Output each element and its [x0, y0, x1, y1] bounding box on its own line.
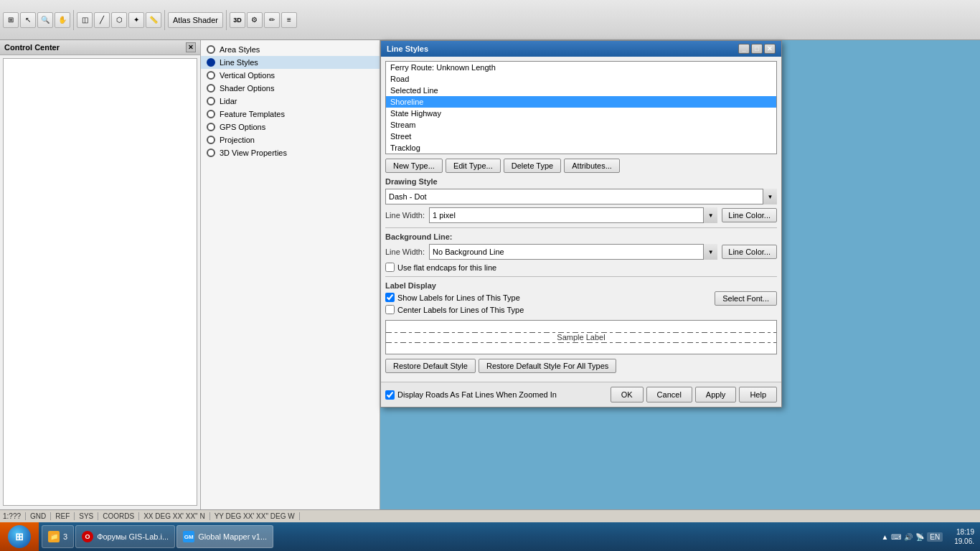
nav-item-gps-options[interactable]: GPS Options	[201, 121, 380, 133]
toolbar-icon-grid[interactable]: ⊞	[3, 12, 19, 28]
line-width-select-wrapper: 1 pixel 2 pixels 3 pixels 4 pixels ▼	[429, 207, 717, 223]
bg-line-color-button[interactable]: Line Color...	[722, 245, 777, 259]
bg-line-width-select[interactable]: No Background Line 1 pixel 2 pixels 3 pi…	[429, 244, 717, 260]
drawing-style-section: Drawing Style Dash - Dot Solid Dash Dot …	[385, 177, 777, 223]
start-orb: ⊞	[8, 525, 31, 548]
taskbar-item-folder[interactable]: 📁 3	[42, 525, 74, 548]
close-button[interactable]: ✕	[764, 44, 776, 54]
dash-line-bottom	[386, 342, 776, 343]
nav-label-lidar: Lidar	[220, 97, 237, 105]
sidebar-close-button[interactable]: ✕	[186, 42, 196, 52]
list-item-selected-line[interactable]: Selected Line	[386, 85, 776, 96]
maximize-button[interactable]: □	[751, 44, 763, 54]
nav-item-projection[interactable]: Projection	[201, 133, 380, 146]
toolbar-icon-3d[interactable]: 3D	[230, 12, 245, 28]
list-item-state-highway[interactable]: State Highway	[386, 108, 776, 119]
restore-default-button[interactable]: Restore Default Style	[385, 359, 476, 373]
list-item-stream[interactable]: Stream	[386, 119, 776, 131]
sidebar-title: Control Center	[4, 43, 60, 52]
status-sys: SYS	[79, 512, 98, 520]
nav-label-projection: Projection	[220, 136, 255, 144]
restore-all-button[interactable]: Restore Default Style For All Types	[479, 359, 616, 373]
list-item-shoreline[interactable]: Shoreline	[386, 96, 776, 108]
radio-feature-templates	[207, 110, 215, 118]
flat-endcaps-checkbox[interactable]	[385, 263, 395, 272]
taskbar-opera-label: Форумы GIS-Lab.i...	[97, 532, 169, 541]
toolbar-icon-point[interactable]: ✦	[128, 12, 144, 28]
list-item-tracklog[interactable]: Tracklog	[386, 142, 776, 154]
edit-type-button[interactable]: Edit Type...	[446, 159, 501, 173]
background-line-section: Background Line: Line Width: No Backgrou…	[385, 232, 777, 272]
cancel-button[interactable]: Cancel	[646, 387, 692, 402]
footer-buttons: OK Cancel Apply Help	[611, 387, 777, 402]
opera-icon: O	[82, 531, 93, 542]
drawing-style-select-wrapper: Dash - Dot Solid Dash Dot ▼	[385, 189, 777, 204]
windows-logo: ⊞	[15, 531, 24, 542]
toolbar-icon-edit2[interactable]: ✏	[264, 12, 280, 28]
toolbar-icon-measure[interactable]: 📏	[146, 12, 161, 28]
center-labels-checkbox[interactable]	[385, 305, 395, 314]
taskbar-folder-label: 3	[63, 532, 67, 541]
nav-item-vertical-options[interactable]: Vertical Options	[201, 69, 380, 82]
taskbar-items: 📁 3 O Форумы GIS-Lab.i... GM Global Mapp…	[39, 525, 875, 548]
nav-item-lidar[interactable]: Lidar	[201, 95, 380, 108]
line-type-list[interactable]: Ferry Route: Unknown Length Road Selecte…	[385, 61, 777, 154]
display-roads-label: Display Roads As Fat Lines When Zoomed I…	[397, 390, 557, 399]
start-button[interactable]: ⊞	[0, 522, 39, 551]
radio-gps-options	[207, 123, 215, 131]
toolbar-sep-3	[226, 10, 227, 30]
select-font-button[interactable]: Select Font...	[715, 291, 777, 306]
nav-item-shader-options[interactable]: Shader Options	[201, 82, 380, 95]
flat-endcaps-row: Use flat endcaps for this line	[385, 263, 777, 272]
list-item-street[interactable]: Street	[386, 131, 776, 142]
line-width-select[interactable]: 1 pixel 2 pixels 3 pixels 4 pixels	[429, 207, 717, 223]
toolbar-icon-pan[interactable]: ✋	[55, 12, 70, 28]
nav-label-vertical-options: Vertical Options	[220, 71, 275, 80]
drawing-style-select[interactable]: Dash - Dot Solid Dash Dot	[385, 189, 777, 204]
nav-item-line-styles[interactable]: Line Styles	[201, 56, 380, 69]
display-roads-checkbox[interactable]	[385, 390, 395, 400]
line-color-button[interactable]: Line Color...	[722, 208, 777, 222]
sys-icon-2: ⌨	[891, 533, 901, 541]
status-coords: COORDS	[103, 512, 139, 520]
section-sep-1	[385, 227, 777, 228]
radio-vertical-options	[207, 71, 215, 80]
dialog-title: Line Styles	[387, 44, 428, 53]
toolbar-icon-cursor[interactable]: ↖	[20, 12, 36, 28]
taskbar-clock[interactable]: 18:19 19.06.	[948, 527, 980, 546]
taskbar-item-globalmapper[interactable]: GM Global Mapper v1...	[176, 525, 273, 548]
help-button[interactable]: Help	[739, 387, 777, 402]
toolbar-icon-layers[interactable]: ≡	[281, 12, 297, 28]
label-display-inner: Label Display Show Labels for Lines of T…	[385, 281, 777, 317]
toolbar-icon-settings[interactable]: ⚙	[247, 12, 263, 28]
delete-type-button[interactable]: Delete Type	[504, 159, 562, 173]
toolbar-icon-atlas[interactable]: Atlas Shader	[168, 12, 223, 28]
apply-button[interactable]: Apply	[695, 387, 737, 402]
toolbar-icon-select[interactable]: ◫	[77, 12, 93, 28]
toolbar-icon-zoom[interactable]: 🔍	[37, 12, 53, 28]
nav-item-feature-templates[interactable]: Feature Templates	[201, 108, 380, 121]
nav-label-line-styles: Line Styles	[220, 58, 258, 67]
taskbar-item-opera[interactable]: O Форумы GIS-Lab.i...	[75, 525, 175, 548]
nav-label-feature-templates: Feature Templates	[220, 110, 285, 118]
list-item-trail[interactable]: Trail	[386, 154, 776, 154]
show-labels-checkbox[interactable]	[385, 293, 395, 302]
nav-item-3d-view[interactable]: 3D View Properties	[201, 146, 380, 159]
taskbar-sys: ▲ ⌨ 🔊 📡 EN	[875, 532, 948, 542]
drawing-style-title: Drawing Style	[385, 177, 777, 186]
attributes-button[interactable]: Attributes...	[564, 159, 620, 173]
flat-endcaps-label: Use flat endcaps for this line	[397, 263, 496, 272]
new-type-button[interactable]: New Type...	[385, 159, 443, 173]
minimize-button[interactable]: _	[738, 44, 750, 54]
list-item-road[interactable]: Road	[386, 73, 776, 85]
toolbar-icon-line[interactable]: ╱	[94, 12, 110, 28]
ok-button[interactable]: OK	[611, 387, 644, 402]
nav-item-area-styles[interactable]: Area Styles	[201, 43, 380, 56]
status-ref: REF	[55, 512, 75, 520]
toolbar-icon-polygon[interactable]: ⬡	[111, 12, 127, 28]
lang-indicator[interactable]: EN	[927, 532, 943, 542]
folder-icon: 📁	[48, 531, 60, 542]
list-item-ferry-route[interactable]: Ferry Route: Unknown Length	[386, 62, 776, 73]
drawing-style-row: Dash - Dot Solid Dash Dot ▼	[385, 189, 777, 204]
toolbar-area: ⊞ ↖ 🔍 ✋ ◫ ╱ ⬡ ✦ 📏 Atlas Shader 3D ⚙ ✏ ≡	[0, 0, 980, 40]
